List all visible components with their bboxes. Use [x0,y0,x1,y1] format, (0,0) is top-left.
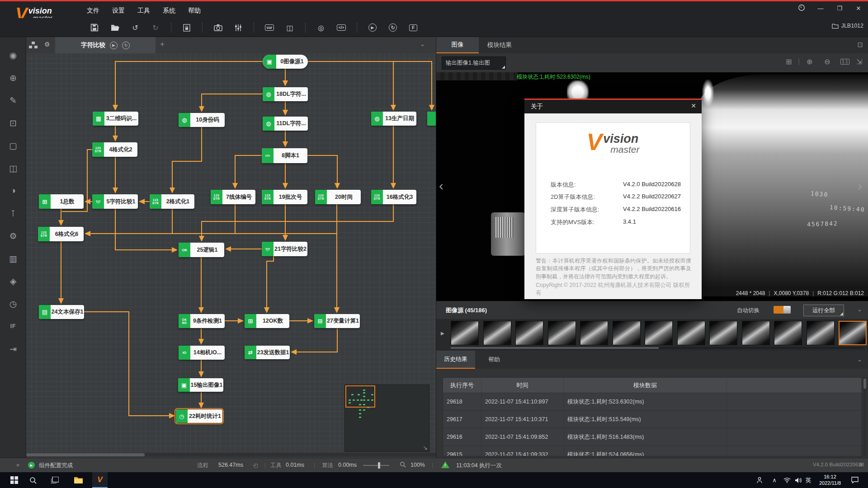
next-image-icon[interactable]: › [858,179,862,192]
flow-node-format-6[interactable]: 123STR6格式化6 [38,227,84,241]
flow-node-format-16[interactable]: 123STR16格式化3 [371,190,416,204]
zoom-in-icon[interactable]: ⊕ [807,57,812,66]
flow-node-time-stat-22[interactable]: ◷22耗时统计1 [176,409,222,423]
column-header[interactable]: 模块数据 [564,378,727,393]
flow-node-ok-count-12[interactable]: ⊞12OK数 [245,314,289,328]
menu-系统[interactable]: 系统 [156,5,182,16]
auto-switch-toggle[interactable] [774,306,791,314]
run-all-button[interactable]: 运行全部 [803,305,844,316]
sidebar-tool-match-icon[interactable]: ◫ [0,160,26,176]
file-explorer-icon[interactable] [71,472,86,488]
column-header[interactable] [727,378,862,393]
vision-master-taskbar-icon[interactable]: V [92,472,108,488]
run-loop-icon[interactable]: ↻ [388,22,398,33]
minimap-resize-icon[interactable]: ↘ [423,444,428,451]
image-thumbnail[interactable] [742,321,770,345]
tab-module-result[interactable]: 模块结果 [479,37,520,53]
flow-tab-active[interactable]: 字符比较 ▶ ↻ [55,37,156,53]
image-thumbnail[interactable] [515,321,543,345]
table-row[interactable]: 296162022-11-07 15:41:09:852模块状态:1,耗时:51… [443,428,862,446]
image-thumbnail[interactable] [645,321,673,345]
flow-node-id-code-10[interactable]: ◍10身份码 [179,113,225,127]
ime-indicator[interactable]: 英 [803,472,814,488]
run-loop-icon[interactable]: ↻ [122,42,130,49]
people-icon[interactable] [752,472,766,488]
list-icon[interactable]: ≡ [859,462,862,468]
save-icon[interactable] [90,22,99,33]
code-icon[interactable]: </> [336,22,346,33]
thumb-scrollbar-thumb[interactable] [451,347,659,349]
sidebar-tool-color-wheel-icon[interactable]: ◑ [0,183,26,199]
flow-node-qr-read-3[interactable]: ▦3二维码识... [93,112,138,126]
flow-node-char-cmp-21[interactable]: T|T21字符比较2 [262,242,307,256]
target-icon[interactable]: ◎ [316,22,326,33]
image-thumbnail[interactable] [807,321,835,345]
history-scrollbar[interactable] [863,377,867,456]
one-to-one-icon[interactable]: 1:1 [840,59,849,65]
image-thumbnail[interactable] [580,321,608,345]
sidebar-tool-output-icon[interactable]: ⇥ [0,341,26,357]
flow-node-total-1[interactable]: ⊞1总数 [39,194,84,209]
image-thumbnail[interactable] [839,321,867,345]
run-once-icon[interactable]: ▶ [110,42,118,49]
flow-node-dl-char-11[interactable]: ◍11DL字符... [263,117,308,131]
flow-node-cond-check-9[interactable]: OKNG9条件检测1 [179,314,225,328]
image-thumbnail[interactable] [483,321,511,345]
tray-expand-icon[interactable]: ∧ [769,472,780,488]
column-header[interactable]: 时间 [481,378,564,393]
panel-icon[interactable]: ◫ [285,22,295,33]
start-button[interactable] [6,472,22,488]
chevron-down-icon[interactable]: ⌄ [420,41,425,47]
flow-node-dl-char-18[interactable]: ◍18DL字符... [263,87,308,101]
sidebar-tool-position-icon[interactable]: ⊡ [0,115,26,131]
sidebar-tool-locate-icon[interactable]: ⊕ [0,70,26,86]
column-header[interactable]: 执行序号 [443,378,481,393]
run-icon[interactable]: ▶ [368,22,377,33]
variable-icon[interactable]: var [264,22,274,33]
timer-icon[interactable] [796,4,807,13]
flow-node-send-data-23[interactable]: ⇄23发送数据1 [245,346,290,359]
about-close-button[interactable]: ✕ [691,102,696,109]
image-thumbnail[interactable] [677,321,705,345]
sidebar-tool-image-edit-icon[interactable]: ✎ [0,92,26,108]
open-icon[interactable] [110,22,120,33]
chevron-down-icon[interactable]: ⌄ [857,306,862,313]
panel-layout-icon[interactable]: ⊡ [857,41,863,49]
flow-node-var-calc-27[interactable]: ⊞27变量计算1 [314,314,360,328]
table-row[interactable]: 296182022-11-07 15:41:10:897模块状态:1,耗时:52… [443,393,862,410]
canvas-hscrollbar-thumb[interactable] [26,453,145,456]
history-scrollbar-thumb[interactable] [863,379,866,389]
flow-view-icon[interactable] [32,42,35,44]
menu-帮助[interactable]: 帮助 [182,5,207,16]
project-chip[interactable]: JLB1012 [832,23,863,29]
thumb-expand-icon[interactable]: ▶ [441,331,444,336]
stopwatch-icon[interactable]: ◴ [253,462,258,469]
undo-icon[interactable]: ↺ [130,22,140,33]
flow-node-format-4[interactable]: 123STR4格式化2 [92,142,137,157]
table-row[interactable]: 296152022-11-07 15:41:09:332模块状态:1,耗时:52… [443,446,862,456]
image-thumbnail[interactable] [613,321,641,345]
zoom-out-icon[interactable]: ⊖ [824,57,830,66]
sidebar-tool-measure-icon[interactable]: ⊺ [0,205,26,221]
tab-history-result[interactable]: 历史结果 [436,351,475,369]
magnifier-icon[interactable] [400,461,406,469]
flow-node-prod-date-13[interactable]: ◍13生产日期 [371,112,416,126]
chevron-down-icon[interactable]: ⌄ [857,356,862,363]
zoom-slider-thumb[interactable] [378,462,380,469]
flow-node-image-source-0[interactable]: ▣0图像源1 [263,55,308,69]
split-view-icon[interactable]: ⊞ [786,57,792,66]
add-flow-button[interactable]: + [160,40,165,49]
flow-node-img-out-15[interactable]: ▣15输出图像1 [178,378,223,392]
wrench-icon[interactable]: ⚙ [44,41,50,48]
sidebar-tool-histogram-icon[interactable]: ▥ [0,250,26,267]
image-thumbnail[interactable] [774,321,802,345]
camera-icon[interactable] [213,22,223,33]
flow-node-script-8[interactable]: </>8脚本1 [262,148,307,163]
image-thumbnail[interactable] [451,321,479,345]
flow-node-line-no-7[interactable]: 123STR7线体编号 [211,190,255,204]
flow-node-time-20[interactable]: 123STR20时间 [315,190,361,204]
menu-文件[interactable]: 文件 [80,5,106,16]
fit-view-icon[interactable]: ⇲ [856,57,862,66]
image-thumbnail[interactable] [548,321,576,345]
flow-canvas[interactable]: ▣0图像源1◍18DL字符...▦3二维码识...◍10身份码◍11DL字符..… [26,53,436,458]
